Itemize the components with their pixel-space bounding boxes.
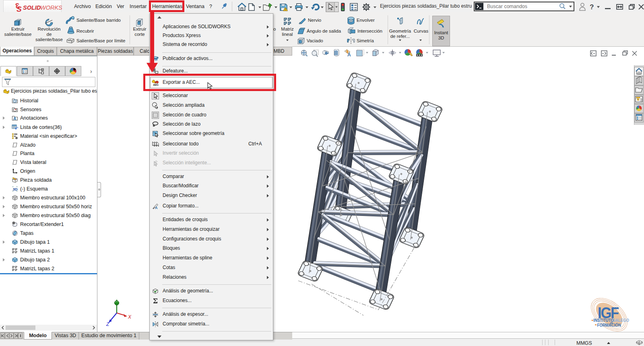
svg-text:FORMACIÓN: FORMACIÓN [597, 322, 621, 327]
svg-text:↘: ↘ [17, 126, 18, 128]
svg-text:X: X [128, 314, 132, 320]
svg-text:WORKS: WORKS [40, 4, 62, 11]
svg-text:A: A [13, 116, 16, 121]
svg-text:?: ? [590, 3, 594, 11]
svg-text:S: S [17, 5, 22, 12]
svg-text:A: A [347, 52, 351, 58]
svg-text:SOLID: SOLID [23, 4, 41, 11]
svg-text:!: ! [285, 8, 286, 11]
svg-text:3D: 3D [13, 187, 18, 191]
svg-text:Z: Z [106, 321, 109, 326]
svg-text:GALEGO: GALEGO [612, 318, 629, 323]
svg-text:A: A [155, 206, 158, 210]
